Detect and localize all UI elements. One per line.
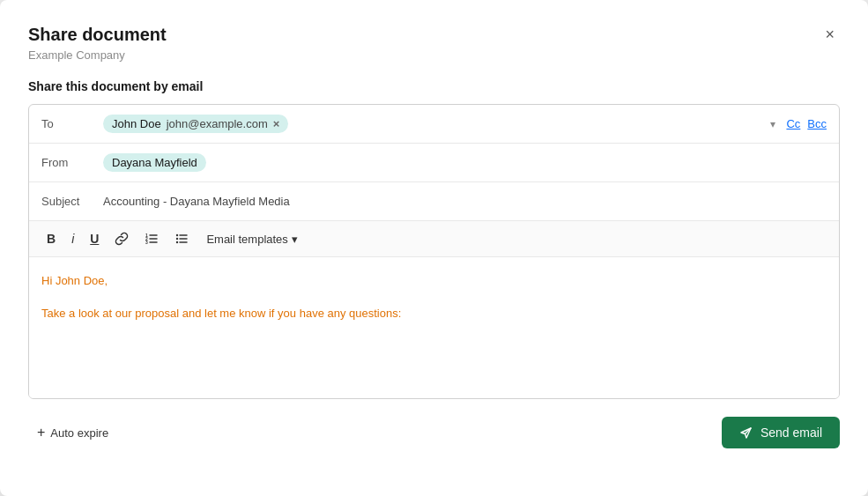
underline-button[interactable]: U <box>85 229 104 248</box>
chevron-down-icon[interactable]: ▾ <box>767 116 779 132</box>
link-button[interactable] <box>109 228 134 249</box>
email-templates-label: Email templates <box>206 233 287 246</box>
link-icon <box>115 232 129 246</box>
plus-icon: + <box>37 425 45 440</box>
cc-button[interactable]: Cc <box>786 117 800 130</box>
svg-point-10 <box>176 238 178 240</box>
email-body[interactable]: Hi John Doe, Take a look at our proposal… <box>29 257 839 398</box>
to-content: John Doe john@example.com × <box>103 115 767 133</box>
to-label: To <box>41 117 103 130</box>
ordered-list-button[interactable]: 1 2 3 <box>139 228 164 249</box>
modal-title: Share document <box>28 25 167 45</box>
send-email-button[interactable]: Send email <box>722 417 840 448</box>
bold-button[interactable]: B <box>41 229 61 248</box>
from-name: Dayana Mayfield <box>112 156 197 169</box>
svg-text:3: 3 <box>145 240 148 245</box>
bcc-button[interactable]: Bcc <box>807 117 827 130</box>
modal-footer: + Auto expire Send email <box>28 417 840 448</box>
from-row: From Dayana Mayfield <box>29 144 839 182</box>
recipient-email: john@example.com <box>167 117 268 130</box>
modal-header: Share document × <box>28 25 840 45</box>
editor-toolbar: B i U 1 2 3 <box>29 221 839 257</box>
subject-content <box>103 195 827 208</box>
recipient-name: John Doe <box>112 117 161 130</box>
send-icon <box>739 426 753 440</box>
body-line1: Hi John Doe, <box>41 271 827 291</box>
remove-recipient-button[interactable]: × <box>273 118 280 130</box>
email-form: To John Doe john@example.com × ▾ Cc Bcc … <box>28 104 840 399</box>
dropdown-arrow-icon: ▾ <box>292 233 298 246</box>
ordered-list-icon: 1 2 3 <box>145 232 159 246</box>
unordered-list-button[interactable] <box>169 228 194 249</box>
subject-label: Subject <box>41 195 103 208</box>
to-row-actions: ▾ Cc Bcc <box>767 116 827 132</box>
subject-row: Subject <box>29 182 839 221</box>
share-document-modal: Share document × Example Company Share t… <box>0 0 868 496</box>
svg-point-11 <box>176 241 178 243</box>
auto-expire-button[interactable]: + Auto expire <box>28 419 117 446</box>
company-name: Example Company <box>28 48 840 62</box>
to-row: To John Doe john@example.com × ▾ Cc Bcc <box>29 105 839 144</box>
svg-point-9 <box>176 234 178 236</box>
close-button[interactable]: × <box>820 25 840 44</box>
section-label: Share this document by email <box>28 79 840 93</box>
email-templates-button[interactable]: Email templates ▾ <box>199 229 304 249</box>
from-content: Dayana Mayfield <box>103 153 827 172</box>
unordered-list-icon <box>174 232 189 246</box>
italic-button[interactable]: i <box>66 229 79 248</box>
send-email-label: Send email <box>760 426 822 440</box>
auto-expire-label: Auto expire <box>50 426 108 440</box>
from-tag: Dayana Mayfield <box>103 153 206 172</box>
to-recipient-tag[interactable]: John Doe john@example.com × <box>103 115 288 133</box>
from-label: From <box>41 156 103 169</box>
body-line2: Take a look at our proposal and let me k… <box>41 304 827 323</box>
subject-input[interactable] <box>103 195 827 208</box>
